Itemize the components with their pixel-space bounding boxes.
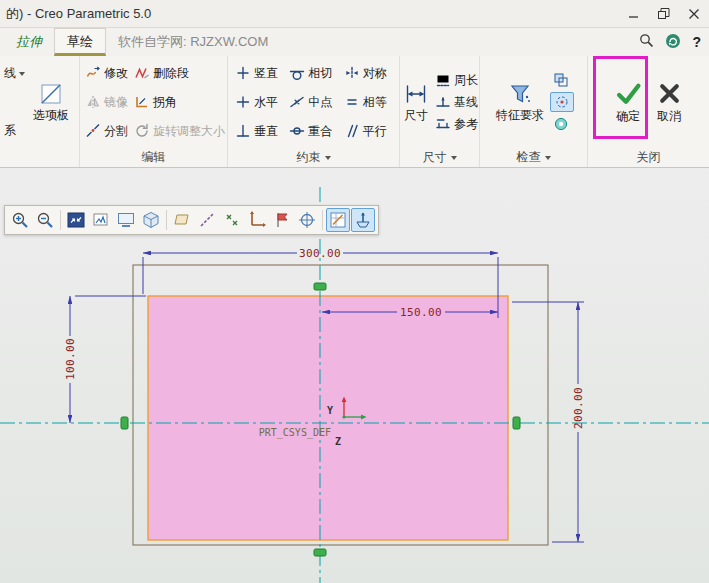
group-label-inspect[interactable]: 检查 [480,148,587,167]
overlapping-geometry-button[interactable] [550,71,574,89]
graphics-area[interactable]: 300.00 150.00 100.00 200.00 [0,168,709,583]
drag-handle-left[interactable] [121,417,128,429]
axis-z-label: Z [335,436,341,447]
group-label-close: 关闭 [588,148,709,167]
divide-button[interactable]: 分割 [82,122,131,141]
zoom-out-icon [35,210,55,230]
saved-orientations-button[interactable] [114,208,138,232]
horizontal-constraint-button[interactable]: 水平 [232,93,286,112]
mirror-button[interactable]: 镜像 [82,93,131,112]
dropdown-arrow-icon [451,156,457,160]
dimension-button[interactable]: 尺寸 [401,80,431,124]
equal-constraint-button[interactable]: 相等 [341,93,395,112]
delete-segment-button[interactable]: 删除段 [131,64,228,83]
repaint-button[interactable] [89,208,113,232]
csys-label[interactable]: PRT_CSYS_DEF [259,427,331,439]
tab-extrude[interactable]: 拉伸 [4,29,54,56]
group-label-dimension[interactable]: 尺寸 [400,148,479,167]
corner-icon [134,94,150,110]
coordinate-system-button-partial[interactable]: 系 [1,121,28,140]
perpendicular-constraint-button[interactable]: 垂直 [232,122,286,141]
drag-handle-right[interactable] [513,417,520,429]
symmetric-constraint-button[interactable]: 对称 [341,64,395,83]
baseline-button[interactable]: 基线 [432,93,481,112]
sketch-rectangle[interactable] [148,296,508,540]
corner-button[interactable]: 拐角 [131,93,228,112]
display-style-button[interactable] [139,208,163,232]
drag-handle-bottom[interactable] [314,549,326,556]
sketch-view-button[interactable] [351,208,375,232]
spin-center-button[interactable] [295,208,319,232]
dim-height-right-value[interactable]: 200.00 [572,387,585,429]
corner-button-label: 拐角 [153,94,177,111]
palette-button[interactable]: 选项板 [30,80,72,124]
line-button[interactable]: 线 [1,64,28,83]
perimeter-icon [435,72,451,88]
tab-sketch-label: 草绘 [67,34,93,49]
minimize-icon [629,9,639,19]
help-button[interactable]: ? [692,34,701,50]
close-button[interactable] [679,0,709,27]
symmetric-constraint-icon [344,65,360,81]
axis-y-label: Y [327,405,333,416]
midpoint-constraint-icon [289,94,305,110]
dim-width-value[interactable]: 300.00 [299,247,341,260]
close-icon [689,9,699,19]
sketch-display-button[interactable] [326,208,350,232]
midpoint-constraint-button[interactable]: 中点 [286,93,340,112]
axis-display-button[interactable] [195,208,219,232]
zoom-in-button[interactable] [8,208,32,232]
search-icon [639,33,654,48]
help-icon: ? [692,34,701,50]
ok-button[interactable]: 确定 [612,78,645,125]
dim-height-left-value[interactable]: 100.00 [64,338,77,380]
tab-bar: 拉伸 草绘 软件自学网: RJZXW.COM ? [0,28,709,56]
repaint-icon [91,210,111,230]
tab-sketch[interactable]: 草绘 [54,28,106,56]
plane-display-icon [172,210,192,230]
perimeter-button[interactable]: 周长 [432,71,481,90]
sync-circle-icon [665,33,681,49]
rotate-resize-button[interactable]: 旋转调整大小 [131,122,228,141]
drag-handle-top[interactable] [314,283,326,290]
group-label-editing[interactable]: 编辑 [80,148,227,167]
group-label-sketching [0,148,79,167]
parallel-constraint-button[interactable]: 平行 [341,122,395,141]
refit-button[interactable] [64,208,88,232]
divide-button-label: 分割 [104,123,128,140]
feature-requirements-icon [508,82,532,106]
ribbon-group-dimension: 尺寸 周长 基线 参考 尺寸 [400,56,480,167]
toolbar-separator [60,210,61,230]
csys-display-button[interactable] [245,208,269,232]
annotation-display-button[interactable] [270,208,294,232]
feature-requirements-button[interactable]: 特征要求 [493,80,547,124]
dropdown-arrow-icon [325,156,331,160]
restore-button[interactable] [649,0,679,27]
search-button[interactable] [639,33,654,51]
modify-icon [85,65,101,81]
connect-button[interactable] [665,33,681,52]
minimize-button[interactable] [619,0,649,27]
ribbon-group-constrain: 竖直 相切 对称 水平 中点 相等 [228,56,400,167]
plane-display-button[interactable] [170,208,194,232]
toolbar-separator [166,210,167,230]
sketch-view-icon [353,210,373,230]
graphics-toolbar [4,205,379,235]
group-label-constrain[interactable]: 约束 [228,148,399,167]
dropdown-arrow-icon [545,156,551,160]
modify-button[interactable]: 修改 [82,64,131,83]
coincident-constraint-button[interactable]: 重合 [286,122,340,141]
zoom-out-button[interactable] [33,208,57,232]
shade-closed-loops-button[interactable] [550,115,574,133]
delete-segment-icon [134,65,150,81]
ribbon-group-close: 确定 取消 关闭 [588,56,709,167]
vertical-constraint-button[interactable]: 竖直 [232,64,286,83]
dim-half-width-value[interactable]: 150.00 [400,306,442,319]
reference-dimension-button[interactable]: 参考 [432,115,481,134]
tangent-constraint-button[interactable]: 相切 [286,64,340,83]
title-bar: 的) - Creo Parametric 5.0 [0,0,709,28]
point-display-button[interactable] [220,208,244,232]
highlight-open-ends-button[interactable] [550,92,574,112]
dimension-height-left[interactable]: 100.00 [64,296,146,423]
cancel-button[interactable]: 取消 [653,78,686,125]
